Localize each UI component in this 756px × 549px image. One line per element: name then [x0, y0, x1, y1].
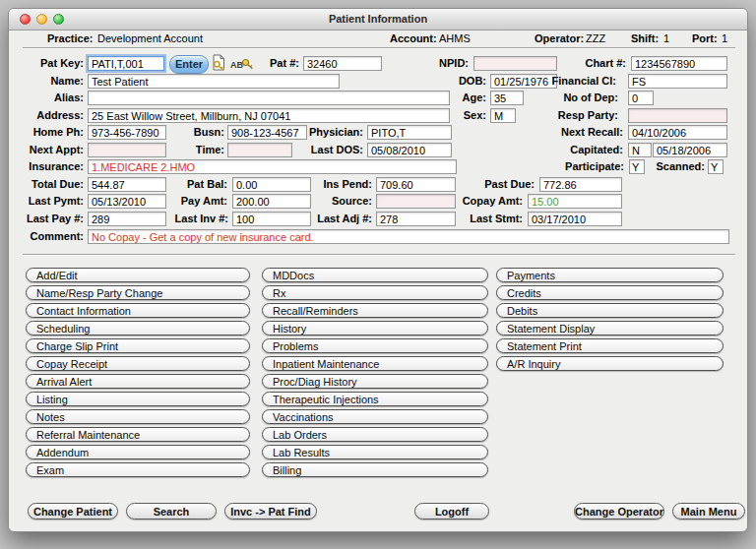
action-button-problems[interactable]: Problems — [262, 338, 488, 353]
action-button-rx[interactable]: Rx — [262, 285, 488, 300]
action-button-contact-information[interactable]: Contact Information — [26, 303, 250, 318]
capitated-label: Capitated: — [540, 143, 623, 157]
action-button-mddocs[interactable]: MDDocs — [262, 268, 488, 282]
source-field[interactable] — [376, 194, 456, 209]
pay-amt-field[interactable] — [232, 194, 311, 209]
action-button-arrival-alert[interactable]: Arrival Alert — [26, 374, 250, 389]
action-button-scheduling[interactable]: Scheduling — [26, 321, 250, 336]
shift-value: 1 — [663, 31, 669, 46]
insurance-label: Insurance: — [13, 159, 84, 174]
change-patient-button[interactable]: Change Patient — [28, 503, 118, 519]
main-menu-button[interactable]: Main Menu — [672, 503, 745, 519]
sex-field[interactable] — [490, 108, 516, 123]
action-button-addendum[interactable]: Addendum — [26, 445, 250, 459]
last-inv-no-label: Last Inv #: — [166, 212, 228, 226]
last-adj-no-field[interactable] — [376, 212, 456, 226]
form-separator — [23, 254, 735, 255]
participate-label: Participate: — [540, 159, 624, 174]
action-button-therapeutic-injections[interactable]: Therapeutic Injections — [262, 392, 488, 406]
past-due-field[interactable] — [539, 177, 622, 192]
pay-amt-label: Pay Amt: — [166, 194, 227, 209]
resp-party-field[interactable] — [628, 108, 727, 123]
participate-field[interactable] — [629, 159, 645, 174]
search-button[interactable]: Search — [126, 503, 217, 519]
resp-party-label: Resp Party: — [540, 108, 618, 123]
name-field[interactable] — [88, 74, 340, 89]
document-key-icon[interactable] — [211, 54, 226, 72]
comment-field[interactable] — [88, 229, 729, 244]
capitated-date-field[interactable] — [653, 143, 727, 157]
action-button-add-edit[interactable]: Add/Edit — [26, 268, 250, 282]
practice-value: Development Account — [97, 31, 203, 46]
chart-number-field[interactable] — [631, 56, 727, 71]
past-due-label: Past Due: — [472, 177, 535, 192]
pat-bal-label: Pat Bal: — [166, 177, 227, 192]
action-button-inpatient-maintenance[interactable]: Inpatient Maintenance — [262, 356, 488, 371]
action-button-lab-orders[interactable]: Lab Orders — [262, 427, 488, 442]
last-pymt-field[interactable] — [88, 194, 166, 209]
total-due-label: Total Due: — [13, 177, 84, 192]
action-button-proc-diag-history[interactable]: Proc/Diag History — [262, 374, 488, 389]
action-button-referral-maintenance[interactable]: Referral Maintenance — [26, 427, 250, 442]
action-button-copay-receipt[interactable]: Copay Receipt — [26, 356, 250, 371]
last-stmt-field[interactable] — [528, 212, 622, 226]
close-icon[interactable] — [20, 14, 31, 25]
action-button-history[interactable]: History — [262, 321, 488, 336]
last-inv-no-field[interactable] — [232, 212, 311, 226]
action-button-exam[interactable]: Exam — [26, 462, 250, 477]
action-button-name-resp-party-change[interactable]: Name/Resp Party Change — [26, 285, 250, 300]
address-field[interactable] — [88, 108, 450, 123]
action-button-credits[interactable]: Credits — [496, 285, 724, 300]
name-label: Name: — [13, 74, 84, 89]
action-button-debits[interactable]: Debits — [496, 303, 724, 318]
physician-field[interactable] — [367, 125, 452, 140]
age-field[interactable] — [490, 91, 524, 105]
last-stmt-label: Last Stmt: — [460, 212, 523, 226]
action-button-statement-print[interactable]: Statement Print — [496, 338, 724, 353]
action-button-listing[interactable]: Listing — [26, 392, 250, 406]
minimize-icon[interactable] — [36, 14, 47, 25]
action-button-statement-display[interactable]: Statement Display — [496, 321, 724, 336]
title-bar[interactable]: Patient Information — [9, 9, 747, 30]
invc-pat-find-button[interactable]: Invc -> Pat Find — [224, 503, 317, 519]
action-button-recall-reminders[interactable]: Recall/Reminders — [262, 303, 488, 318]
pat-number-field[interactable] — [303, 56, 382, 71]
physician-label: Physician: — [304, 125, 363, 140]
ins-pend-field[interactable] — [376, 177, 456, 192]
home-phone-field[interactable] — [88, 125, 166, 140]
alias-field[interactable] — [88, 91, 450, 105]
next-recall-field[interactable] — [628, 125, 727, 140]
action-button-billing[interactable]: Billing — [262, 462, 488, 477]
dob-label: DOB: — [432, 74, 486, 89]
last-pymt-label: Last Pymt: — [13, 194, 84, 209]
action-button-notes[interactable]: Notes — [26, 409, 250, 424]
capitated-flag-field[interactable] — [628, 143, 652, 157]
action-button-payments[interactable]: Payments — [496, 268, 724, 282]
copay-amt-label: Copay Amt: — [460, 194, 523, 209]
last-dos-field[interactable] — [367, 143, 452, 157]
logoff-button[interactable]: Logoff — [414, 503, 489, 519]
financial-class-field[interactable] — [628, 74, 727, 89]
time-field[interactable] — [227, 143, 292, 157]
pat-key-field[interactable] — [88, 56, 164, 71]
business-phone-field[interactable] — [227, 125, 307, 140]
pat-bal-field[interactable] — [232, 177, 311, 192]
home-phone-label: Home Ph: — [13, 125, 84, 140]
no-of-dep-field[interactable] — [628, 91, 654, 105]
enter-button[interactable]: Enter — [169, 55, 209, 74]
action-button-charge-slip-print[interactable]: Charge Slip Print — [26, 338, 250, 353]
action-button-lab-results[interactable]: Lab Results — [262, 445, 488, 459]
total-due-field[interactable] — [88, 177, 166, 192]
insurance-field[interactable] — [88, 159, 457, 174]
action-button-vaccinations[interactable]: Vaccinations — [262, 409, 488, 424]
pat-number-label: Pat #: — [245, 56, 299, 71]
copay-amt-field[interactable] — [528, 194, 622, 209]
scanned-field[interactable] — [708, 159, 724, 174]
last-pay-no-field[interactable] — [88, 212, 166, 226]
change-operator-button[interactable]: Change Operator — [574, 503, 664, 519]
chart-number-label: Chart #: — [540, 56, 626, 71]
action-button-a-r-inquiry[interactable]: A/R Inquiry — [496, 356, 724, 371]
next-appt-field[interactable] — [88, 143, 166, 157]
address-label: Address: — [13, 108, 84, 123]
zoom-icon[interactable] — [53, 14, 64, 25]
